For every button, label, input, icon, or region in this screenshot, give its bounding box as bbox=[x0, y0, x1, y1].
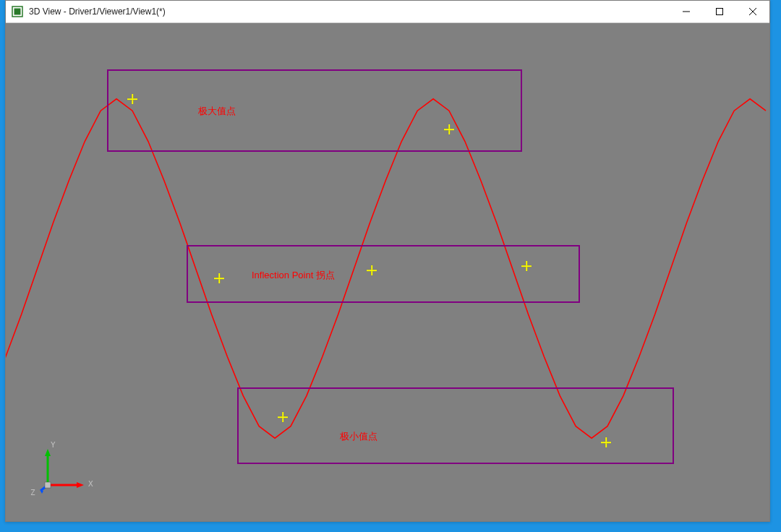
axis-label-z: Z bbox=[30, 488, 35, 497]
marker-cross-icon bbox=[127, 94, 137, 104]
annotation-label-inflection: Inflection Point 拐点 bbox=[252, 269, 335, 282]
svg-rect-12 bbox=[45, 482, 51, 488]
marker-cross-icon bbox=[278, 412, 288, 422]
titlebar[interactable]: 3D View - Driver1/Viewer1/View1(*) bbox=[6, 1, 769, 22]
annotation-label-minima: 极小值点 bbox=[340, 430, 377, 443]
marker-cross-icon bbox=[521, 261, 532, 271]
orientation-gizmo: X Y Z bbox=[33, 440, 98, 498]
svg-rect-1 bbox=[14, 9, 21, 15]
maximize-button[interactable] bbox=[703, 1, 736, 22]
viewport-3d[interactable]: 极大值点 Inflection Point 拐点 极小值点 X bbox=[6, 22, 769, 521]
window-title: 3D View - Driver1/Viewer1/View1(*) bbox=[29, 7, 166, 17]
titlebar-left: 3D View - Driver1/Viewer1/View1(*) bbox=[6, 6, 166, 17]
marker-cross-icon bbox=[214, 273, 224, 283]
axis-label-x: X bbox=[88, 479, 93, 489]
annotation-box-maxima bbox=[107, 69, 522, 152]
annotation-box-minima bbox=[237, 387, 674, 464]
svg-marker-11 bbox=[77, 482, 84, 488]
annotation-label-maxima: 极大值点 bbox=[198, 105, 236, 118]
svg-marker-9 bbox=[45, 449, 51, 456]
app-icon bbox=[12, 6, 23, 17]
window-controls bbox=[670, 1, 769, 22]
axis-label-y: Y bbox=[51, 440, 56, 450]
sine-curve bbox=[6, 23, 769, 521]
svg-marker-7 bbox=[40, 491, 43, 494]
svg-rect-3 bbox=[717, 9, 723, 15]
marker-cross-icon bbox=[444, 124, 454, 134]
marker-cross-icon bbox=[601, 437, 611, 447]
close-button[interactable] bbox=[736, 1, 769, 22]
annotation-box-inflection bbox=[187, 245, 580, 303]
app-window: 3D View - Driver1/Viewer1/View1(*) 极大值点 … bbox=[5, 0, 770, 522]
svg-line-6 bbox=[40, 485, 48, 491]
marker-cross-icon bbox=[367, 265, 377, 275]
minimize-button[interactable] bbox=[670, 1, 703, 22]
